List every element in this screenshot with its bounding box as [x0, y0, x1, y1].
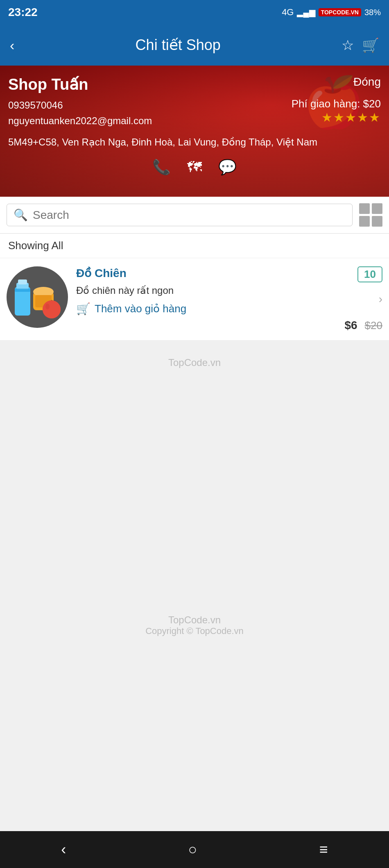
shop-address: 5M49+C58, Ven Rạch Nga, Đinh Hoà, Lai Vu…: [8, 135, 381, 150]
price-original: $20: [365, 319, 382, 332]
page-title: Chi tiết Shop: [14, 36, 342, 54]
price-current: $6: [344, 319, 357, 332]
chevron-right-icon: ›: [379, 293, 382, 306]
chat-button[interactable]: 💬: [218, 159, 237, 176]
shop-phone: 0939570046: [8, 98, 152, 113]
cart-button[interactable]: 🛒: [362, 37, 379, 53]
product-thumbnail: [7, 266, 68, 328]
header: ‹ Chi tiết Shop ☆ 🛒: [0, 25, 389, 66]
call-button[interactable]: 📞: [152, 159, 171, 176]
table-row[interactable]: Đồ Chiên 10 Đồ chiên này rất ngon 🛒 Thêm…: [0, 258, 389, 341]
svg-point-10: [45, 304, 50, 309]
favorite-button[interactable]: ☆: [342, 37, 354, 53]
search-icon: 🔍: [14, 208, 28, 222]
showing-label: Showing All: [0, 234, 389, 258]
nav-back-button[interactable]: ‹: [49, 837, 78, 862]
shop-info: Shop Tuấn Đóng 0939570046 nguyentuanken2…: [8, 75, 381, 176]
product-name: Đồ Chiên: [76, 266, 127, 280]
shop-rating: ★★★★★: [292, 110, 381, 125]
search-section: 🔍: [0, 197, 389, 234]
cart-icon: 🛒: [76, 302, 90, 316]
footer-copyright: Copyright © TopCode.vn: [145, 626, 244, 636]
signal-label: 4G: [282, 7, 294, 18]
svg-point-9: [43, 300, 61, 318]
product-badge: 10: [357, 266, 382, 282]
svg-rect-2: [18, 279, 27, 284]
battery-level: 38%: [364, 8, 381, 17]
shop-banner: 🍎 Shop Tuấn Đóng 0939570046 nguyentuanke…: [0, 66, 389, 197]
shop-delivery-fee: Phí giao hàng: $20: [292, 98, 381, 110]
shop-status: Đóng: [353, 75, 381, 89]
shop-delivery-info: Phí giao hàng: $20 ★★★★★: [292, 98, 381, 125]
grid-view-button[interactable]: [359, 203, 382, 227]
back-button[interactable]: ‹: [10, 37, 14, 53]
search-bar[interactable]: 🔍: [7, 204, 353, 226]
status-time: 23:22: [8, 6, 38, 19]
footer-brand-1: TopCode.vn: [168, 357, 221, 368]
shop-email: nguyentuanken2022@gmail.com: [8, 113, 152, 129]
signal-icon: ▂▄▆: [297, 7, 315, 17]
product-prices: $6 $20: [76, 319, 382, 332]
product-details: Đồ Chiên 10 Đồ chiên này rất ngon 🛒 Thêm…: [76, 266, 382, 332]
status-bar: 23:22 4G ▂▄▆ TOPCODE.VN 38%: [0, 0, 389, 25]
product-list: Đồ Chiên 10 Đồ chiên này rất ngon 🛒 Thêm…: [0, 258, 389, 341]
bottom-nav: ‹ ○ ≡: [0, 831, 389, 868]
add-to-cart-label: Thêm vào giỏ hàng: [95, 302, 186, 315]
add-to-cart-button[interactable]: 🛒 Thêm vào giỏ hàng: [76, 302, 382, 316]
status-right: 4G ▂▄▆ TOPCODE.VN 38%: [282, 7, 381, 18]
topcode-badge: TOPCODE.VN: [319, 8, 361, 16]
shop-actions: 📞 🗺 💬: [8, 159, 381, 176]
shop-name: Shop Tuấn: [8, 75, 88, 93]
svg-rect-3: [15, 289, 30, 292]
map-button[interactable]: 🗺: [187, 159, 202, 176]
product-description: Đồ chiên này rất ngon: [76, 285, 382, 296]
search-input[interactable]: [33, 209, 346, 222]
nav-menu-button[interactable]: ≡: [307, 837, 340, 862]
shop-contact: 0939570046 nguyentuanken2022@gmail.com: [8, 98, 152, 129]
nav-home-button[interactable]: ○: [176, 837, 210, 862]
footer-area: TopCode.vn TopCode.vn Copyright © TopCod…: [0, 341, 389, 709]
header-actions: ☆ 🛒: [342, 37, 379, 53]
footer-brand-2: TopCode.vn: [145, 614, 244, 626]
